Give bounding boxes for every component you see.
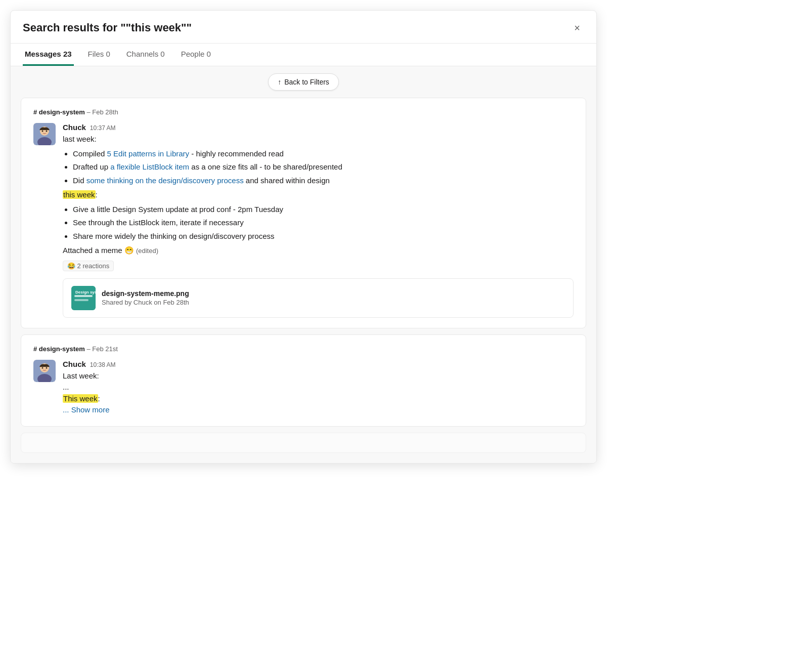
result-meta-2: # design-system – Feb 21st (33, 345, 574, 353)
tab-channels[interactable]: Channels 0 (124, 44, 167, 66)
modal-header: Search results for ""this week"" × (11, 11, 596, 44)
highlight-this-week-2: This week (63, 394, 98, 403)
attachment-name: design-system-meme.png (102, 289, 565, 298)
list-item: Compiled 5 Edit patterns in Library - hi… (73, 148, 574, 160)
attachment: Design systems design-system-meme.png Sh… (63, 278, 574, 318)
svg-rect-6 (74, 295, 93, 297)
attachment-thumbnail: Design systems (71, 286, 96, 310)
svg-point-3 (42, 131, 43, 132)
message-date: Feb 28th (92, 108, 118, 116)
highlight-line: this week: (63, 189, 574, 201)
bullet-list-2: Give a little Design System update at pr… (73, 204, 574, 242)
attached-line: Attached a meme 😁 (edited) (63, 245, 574, 257)
message-row: Chuck 10:37 AM last week: Compiled 5 Edi… (33, 123, 574, 318)
message-author-2: Chuck 10:38 AM (63, 360, 574, 368)
back-to-filters-label: Back to Filters (284, 78, 329, 86)
result-card-2: # design-system – Feb 21st (21, 334, 586, 427)
message-content: Chuck 10:37 AM last week: Compiled 5 Edi… (63, 123, 574, 318)
bullet-list: Compiled 5 Edit patterns in Library - hi… (73, 148, 574, 187)
attachment-info: design-system-meme.png Shared by Chuck o… (102, 289, 565, 306)
message-row-2: Chuck 10:38 AM Last week: ... This week:… (33, 360, 574, 416)
attachment-shared-by: Shared by Chuck on Feb 28th (102, 299, 565, 306)
show-more-line: ... Show more (63, 404, 574, 416)
result-meta: # design-system – Feb 28th (33, 108, 574, 116)
timestamp: 10:37 AM (90, 124, 116, 132)
avatar (33, 123, 56, 145)
modal-title: Search results for ""this week"" (23, 21, 192, 43)
tab-files[interactable]: Files 0 (86, 44, 112, 66)
highlight-line-2: This week: (63, 393, 574, 405)
channel-name: # design-system (33, 108, 85, 116)
back-to-filters-bar: ↑ Back to Filters (11, 66, 596, 98)
message-text-2: Last week: ... This week: ... Show more (63, 370, 574, 416)
tab-people[interactable]: People 0 (179, 44, 213, 66)
message-text: last week: Compiled 5 Edit patterns in L… (63, 134, 574, 257)
text-line-last-week: Last week: (63, 370, 574, 382)
channel-name-2: # design-system (33, 345, 85, 353)
arrow-up-icon: ↑ (278, 78, 281, 86)
svg-rect-7 (74, 299, 89, 301)
modal-body: ↑ Back to Filters # design-system – Feb … (11, 66, 596, 463)
list-item: Drafted up a flexible ListBlock item as … (73, 161, 574, 173)
svg-point-12 (42, 367, 43, 368)
svg-text:Design systems: Design systems (75, 290, 96, 295)
text-line: last week: (63, 134, 574, 145)
link-discovery[interactable]: some thinking on the design/discovery pr… (86, 176, 244, 185)
message-date-2: Feb 21st (92, 345, 118, 353)
show-more-button[interactable]: ... Show more (63, 405, 110, 414)
reaction-badge[interactable]: 😂 2 reactions (63, 261, 114, 271)
back-to-filters-button[interactable]: ↑ Back to Filters (268, 73, 339, 91)
close-button[interactable]: × (570, 21, 584, 35)
list-item: Give a little Design System update at pr… (73, 204, 574, 216)
link-edit-patterns[interactable]: 5 Edit patterns in Library (107, 149, 190, 158)
edited-label: (edited) (136, 247, 158, 255)
list-item: Share more widely the thinking on design… (73, 231, 574, 242)
search-results-modal: Search results for ""this week"" × Messa… (10, 10, 597, 464)
avatar-2 (33, 360, 56, 382)
result-card: # design-system – Feb 28th (21, 98, 586, 328)
author-name-2: Chuck (63, 360, 86, 368)
text-ellipsis: ... (63, 382, 574, 393)
tabs-bar: Messages 23 Files 0 Channels 0 People 0 (11, 44, 596, 66)
timestamp-2: 10:38 AM (90, 361, 116, 368)
tab-messages[interactable]: Messages 23 (23, 44, 74, 66)
author-name: Chuck (63, 123, 86, 132)
svg-point-13 (46, 367, 48, 368)
reactions: 😂 2 reactions (63, 261, 574, 271)
message-author: Chuck 10:37 AM (63, 123, 574, 132)
results-list: # design-system – Feb 28th (11, 98, 596, 463)
partial-card (21, 433, 586, 453)
highlight-this-week: this week (63, 190, 96, 199)
date-separator: – (87, 108, 93, 116)
date-separator-2: – (87, 345, 93, 353)
list-item: See through the ListBlock item, iterate … (73, 217, 574, 229)
message-content-2: Chuck 10:38 AM Last week: ... This week:… (63, 360, 574, 416)
list-item: Did some thinking on the design/discover… (73, 175, 574, 187)
svg-point-4 (46, 131, 48, 132)
link-listblock[interactable]: a flexible ListBlock item (110, 162, 189, 171)
